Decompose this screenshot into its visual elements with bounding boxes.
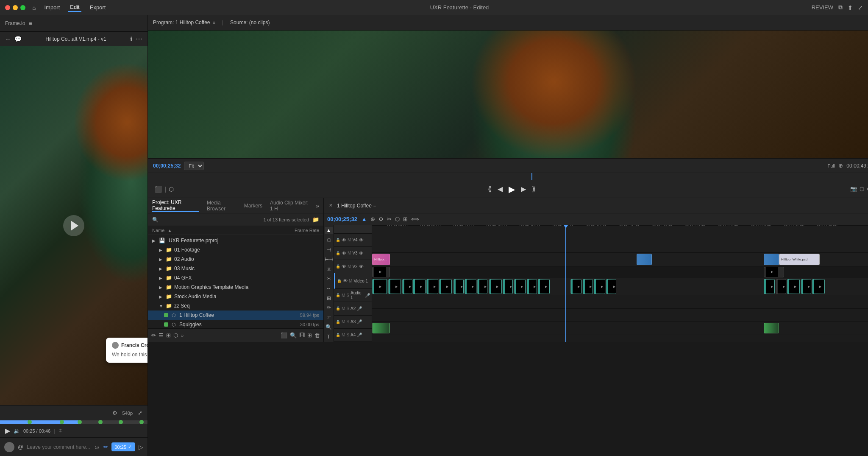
camera-icon[interactable]: 📷 [850, 186, 857, 192]
lift-icon[interactable]: ⬡ [169, 186, 174, 193]
clip-v1-later-3[interactable]: ▶ SHGN7 [801, 279, 811, 294]
track-v3[interactable] [372, 239, 868, 253]
list-item[interactable]: ▶ 📁 03 Music [148, 264, 323, 273]
timecode-arrows[interactable]: ⇕ [58, 428, 62, 434]
lock-icon[interactable]: 🔒 [336, 238, 340, 242]
eye-icon[interactable]: 👁 [342, 264, 346, 269]
clip-dark-1[interactable]: ▶ [372, 267, 390, 277]
clip-v1-later-4[interactable]: ▶ SHGN7 [812, 279, 825, 294]
delete-icon[interactable]: 🗑 [314, 332, 320, 339]
mute-icon[interactable]: M [342, 319, 345, 324]
timeline-tab[interactable]: 1 Hilltop Coffee ≡ [337, 203, 376, 209]
lock-icon[interactable]: 🔒 [336, 333, 340, 337]
at-icon[interactable]: @ [18, 444, 23, 450]
filmstrip-icon[interactable]: 🎞 [299, 332, 305, 339]
source-more-icon[interactable]: ⋯ [136, 35, 142, 43]
list-item[interactable]: ▶ 📁 Motion Graphics Template Media [148, 283, 323, 292]
clip-white-v2[interactable]: Hilltop_White.psd [779, 254, 820, 265]
list-item[interactable]: ▶ 📁 04 GFX [148, 273, 323, 283]
clip-v1-5[interactable]: ▶ SHGN7 [426, 279, 438, 294]
project-search-input[interactable] [162, 217, 260, 223]
scrubber-bar[interactable] [0, 420, 147, 424]
clip-v1-12[interactable]: ▶ SHGN [514, 279, 526, 294]
list-item[interactable]: ▶ 📁 01 Footage [148, 245, 323, 255]
clip-v1-later-1[interactable]: ▶ SHGN7 [764, 279, 775, 294]
clip-v1-11[interactable]: ▶ SHGN [503, 279, 513, 294]
lock-icon[interactable]: 🔒 [336, 293, 340, 297]
home-icon[interactable]: ⌂ [32, 4, 36, 11]
mute-icon[interactable]: M [342, 333, 345, 337]
track-vis-icon[interactable]: 👁 [359, 264, 364, 269]
overwrite-icon[interactable]: | [164, 186, 166, 193]
lock-icon[interactable]: 🔒 [337, 279, 342, 283]
go-to-out-icon[interactable]: ⟫ [530, 183, 537, 195]
clip-v1-13[interactable]: ▶ [527, 279, 537, 294]
full-label[interactable]: Full [828, 163, 835, 168]
clip-hilltop-v2[interactable]: Hilltop... [372, 254, 390, 265]
resolution-label[interactable]: 540p [122, 411, 133, 416]
solo-icon[interactable]: M [348, 264, 351, 269]
clip-v1-17[interactable]: ▶ [594, 279, 605, 294]
rate-stretch-btn[interactable]: ⧖ [325, 266, 333, 273]
icon-view-icon[interactable]: ⬡ [173, 332, 178, 339]
track-a2[interactable] [372, 322, 868, 335]
source-tab-label[interactable]: Source: (no clips) [230, 20, 270, 25]
nav-edit[interactable]: Edit [68, 3, 81, 12]
magnet-icon[interactable]: ⊕ [838, 162, 843, 169]
timestamp-button[interactable]: 00:25 ✓ [111, 442, 136, 451]
project-tab-markers[interactable]: Markers [244, 203, 262, 209]
list-item[interactable]: ▶ 📁 02 Audio [148, 255, 323, 264]
step-forward-icon[interactable]: ▶ [519, 183, 528, 195]
clip-v1-9[interactable]: ▶ SHGN [477, 279, 487, 294]
track-vis-icon[interactable]: 👁 [359, 238, 364, 243]
solo-icon[interactable]: S [346, 293, 349, 298]
selection-tool-btn[interactable]: ▲ [325, 227, 333, 234]
solo-icon[interactable]: M [349, 279, 352, 283]
list-item[interactable]: ▼ 📁 zz Seq [148, 301, 323, 311]
lock-icon[interactable]: 🔒 [336, 306, 340, 311]
track-v4[interactable] [372, 226, 868, 239]
mic-icon[interactable]: 🎤 [357, 306, 362, 311]
settings-icon[interactable]: ⚙ [112, 410, 117, 416]
program-video-monitor[interactable] [148, 31, 868, 159]
new-folder-icon[interactable]: 📁 [312, 216, 319, 223]
mic-icon[interactable]: 🎤 [357, 319, 362, 324]
pencil-icon[interactable]: ✏ [151, 332, 156, 339]
project-root-item[interactable]: ▶ 💾 UXR Featurette.prproj [148, 236, 323, 245]
go-to-in-icon[interactable]: ⟪ [486, 183, 493, 195]
rolling-edit-btn[interactable]: ⊢⊣ [325, 256, 333, 263]
storyboard-icon[interactable]: ⬛ [281, 332, 287, 339]
clip-a2-2[interactable] [764, 323, 779, 333]
mute-icon[interactable]: M [342, 293, 345, 298]
clip-blue-v2-1[interactable] [637, 254, 652, 265]
lock-icon[interactable]: 🔒 [336, 264, 340, 269]
col-name-header[interactable]: Name ▲ [152, 228, 285, 233]
close-button[interactable] [5, 5, 10, 10]
col-rate-header[interactable]: Frame Rate [285, 228, 319, 233]
track-a1-b[interactable] [372, 309, 868, 322]
source-info-icon[interactable]: ℹ [130, 36, 132, 42]
lock-icon[interactable]: 🔒 [336, 251, 340, 255]
hand-tool-btn[interactable]: ☞ [325, 314, 333, 321]
minimize-button[interactable] [13, 5, 18, 10]
clip-v1-7[interactable]: ▶ SHGN7 [453, 279, 464, 294]
project-tab[interactable]: Project: UXR Featurette [152, 199, 199, 212]
track-a1[interactable] [372, 295, 868, 309]
eye-icon[interactable]: 👁 [342, 251, 346, 256]
solo-icon[interactable]: S [346, 306, 349, 311]
clip-v1-14[interactable]: ▶ SHGN [538, 279, 550, 294]
project-tab-media-browser[interactable]: Media Browser [207, 200, 236, 212]
snap-icon[interactable]: ⊞ [402, 216, 409, 222]
clip-v1-8[interactable]: ▶ SHG [465, 279, 476, 294]
clip-v1-18[interactable]: ▶ SHGN7 [606, 279, 616, 294]
export-frame-icon[interactable]: ⬡ [860, 186, 864, 192]
program-tab-menu-icon[interactable]: ≡ [213, 20, 215, 25]
solo-icon[interactable]: S [346, 333, 349, 337]
lock-icon[interactable]: 🔒 [336, 320, 340, 324]
clip-v1-4[interactable]: ▶ SHG [413, 279, 426, 294]
linked-select-icon[interactable]: ⟺ [410, 216, 420, 222]
comment-input[interactable] [27, 444, 90, 450]
new-item-icon[interactable]: ⊞ [307, 332, 312, 339]
restore-icon[interactable]: ⧉ [838, 4, 843, 11]
clip-v1-10[interactable]: ▶ SHGN7 [489, 279, 502, 294]
